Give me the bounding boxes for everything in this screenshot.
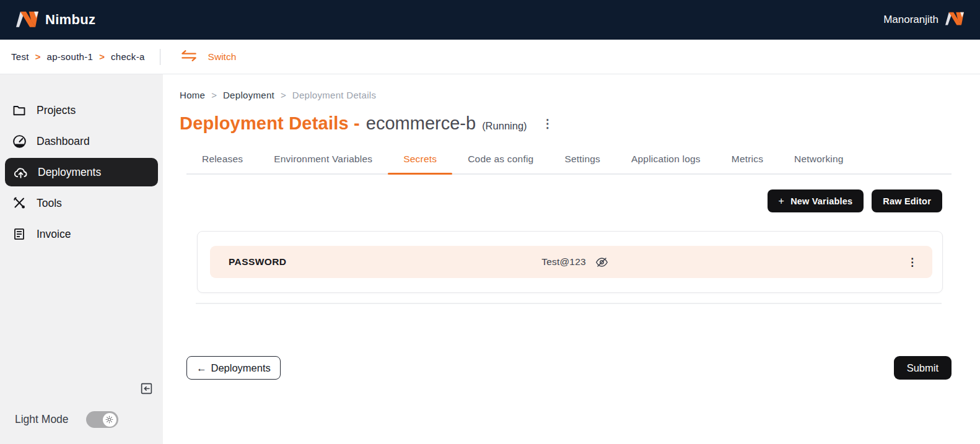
- user-avatar-logo-icon: [945, 11, 964, 28]
- tools-icon: [11, 195, 27, 211]
- crumb-separator: >: [35, 51, 41, 62]
- tab-settings[interactable]: Settings: [549, 154, 616, 173]
- deployment-name: ecommerce-b: [366, 113, 476, 134]
- breadcrumb-current: Deployment Details: [292, 90, 376, 100]
- swap-arrows-icon: [179, 50, 199, 64]
- page-title: Deployment Details -: [180, 113, 360, 134]
- secret-key: PASSWORD: [229, 256, 541, 268]
- top-navbar: Nimbuz Manoranjith: [0, 0, 980, 40]
- new-variables-button[interactable]: + New Variables: [768, 189, 864, 212]
- secret-value-group: Test@123: [541, 256, 608, 269]
- nimbuz-logo-icon: [16, 11, 38, 30]
- breadcrumb: Home > Deployment > Deployment Details: [180, 90, 952, 100]
- sidebar-item-deployments[interactable]: Deployments: [5, 158, 158, 186]
- light-mode-label: Light Mode: [15, 413, 69, 426]
- sidebar-item-label: Tools: [37, 197, 62, 210]
- back-button-label: Deployments: [211, 362, 271, 374]
- sidebar-item-label: Deployments: [38, 166, 101, 179]
- title-kebab-menu-icon[interactable]: ⋮: [538, 117, 558, 130]
- tab-environment-variables[interactable]: Environment Variables: [258, 154, 388, 173]
- back-to-deployments-button[interactable]: ← Deployments: [186, 356, 281, 380]
- gauge-icon: [11, 133, 27, 149]
- light-mode-toggle[interactable]: [86, 411, 118, 428]
- tab-releases[interactable]: Releases: [186, 154, 258, 173]
- brand-name: Nimbuz: [45, 12, 95, 28]
- context-bar: Test > ap-south-1 > check-a Switch: [0, 40, 980, 74]
- new-variables-label: New Variables: [790, 196, 852, 206]
- context-crumb-project[interactable]: Test: [11, 51, 29, 62]
- secret-row-end: ⋮: [608, 256, 921, 268]
- sidebar-item-label: Projects: [37, 104, 76, 117]
- main-content: Home > Deployment > Deployment Details D…: [163, 74, 980, 444]
- sun-icon: [103, 413, 116, 427]
- breadcrumb-deployment[interactable]: Deployment: [223, 90, 274, 100]
- sidebar-collapse-button[interactable]: [139, 382, 153, 396]
- section-divider: [196, 303, 942, 304]
- sidebar-item-label: Invoice: [37, 228, 71, 241]
- breadcrumb-separator: >: [281, 90, 286, 100]
- sidebar-item-dashboard[interactable]: Dashboard: [0, 126, 163, 157]
- user-menu[interactable]: Manoranjith: [883, 11, 964, 28]
- sidebar-nav: Projects Dashboard Deployments: [0, 74, 163, 250]
- cloud-upload-icon: [12, 164, 28, 180]
- vertical-divider: [160, 49, 160, 65]
- brand[interactable]: Nimbuz: [16, 11, 95, 30]
- action-buttons: + New Variables Raw Editor: [180, 189, 942, 212]
- sidebar-item-projects[interactable]: Projects: [0, 95, 163, 126]
- secret-kebab-menu-icon[interactable]: ⋮: [903, 256, 921, 268]
- context-crumb-env[interactable]: check-a: [111, 51, 145, 62]
- switch-label: Switch: [208, 51, 237, 63]
- folder-icon: [11, 102, 27, 118]
- user-name: Manoranjith: [883, 14, 938, 26]
- sidebar: Projects Dashboard Deployments: [0, 74, 163, 444]
- plus-icon: +: [779, 196, 785, 207]
- raw-editor-label: Raw Editor: [883, 196, 931, 206]
- tab-bar: Releases Environment Variables Secrets C…: [186, 154, 952, 175]
- sidebar-item-invoice[interactable]: Invoice: [0, 219, 163, 250]
- eye-off-icon[interactable]: [595, 256, 608, 269]
- status-badge: (Running): [482, 120, 527, 132]
- tab-networking[interactable]: Networking: [779, 154, 859, 173]
- tab-metrics[interactable]: Metrics: [716, 154, 779, 173]
- light-mode-row: Light Mode: [15, 411, 118, 428]
- page-title-row: Deployment Details - ecommerce-b (Runnin…: [180, 113, 952, 134]
- breadcrumb-separator: >: [211, 90, 217, 100]
- tab-secrets[interactable]: Secrets: [388, 154, 452, 173]
- footer-actions: ← Deployments Submit: [186, 356, 952, 380]
- secret-row: PASSWORD Test@123 ⋮: [210, 246, 932, 278]
- left-arrow-icon: ←: [196, 362, 207, 374]
- tab-code-as-config[interactable]: Code as config: [452, 154, 549, 173]
- switch-button[interactable]: Switch: [175, 50, 240, 64]
- secret-value: Test@123: [541, 256, 586, 268]
- submit-button[interactable]: Submit: [894, 356, 952, 380]
- raw-editor-button[interactable]: Raw Editor: [872, 189, 942, 212]
- tab-application-logs[interactable]: Application logs: [616, 154, 716, 173]
- invoice-icon: [11, 226, 27, 242]
- crumb-separator: >: [99, 51, 105, 62]
- breadcrumb-home[interactable]: Home: [180, 90, 205, 100]
- sidebar-item-label: Dashboard: [37, 135, 90, 148]
- context-crumb-region[interactable]: ap-south-1: [46, 51, 93, 62]
- sidebar-item-tools[interactable]: Tools: [0, 188, 163, 219]
- secrets-card: PASSWORD Test@123 ⋮: [197, 231, 943, 293]
